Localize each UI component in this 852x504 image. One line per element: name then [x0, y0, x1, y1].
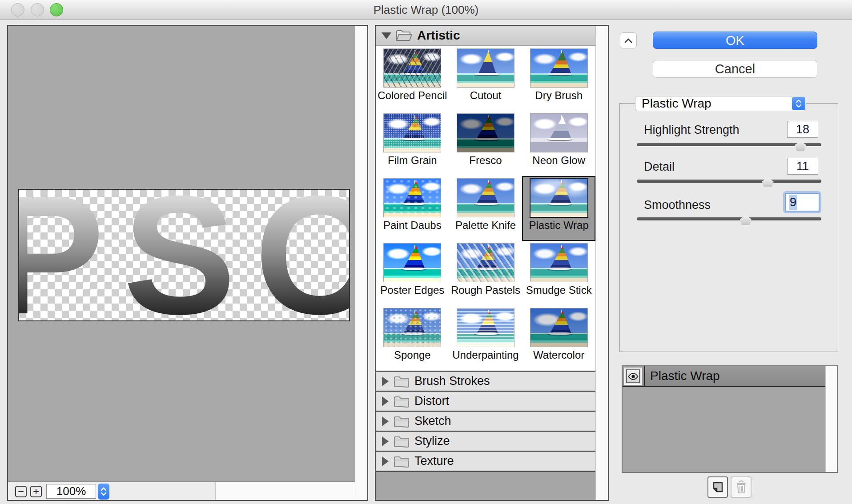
chevron-up-icon — [100, 487, 107, 491]
collapse-panel-button[interactable] — [620, 32, 637, 48]
folder-closed-icon — [394, 375, 410, 388]
filter-item-paint-daubs[interactable]: Paint Daubs — [376, 176, 449, 241]
ok-button[interactable]: OK — [653, 32, 817, 49]
filter-item-sponge[interactable]: Sponge — [376, 306, 449, 371]
filter-label: Poster Edges — [380, 284, 444, 296]
canvas-text: PSC — [18, 189, 350, 321]
gallery-filler — [376, 471, 595, 500]
filter-item-fresco[interactable]: Fresco — [449, 111, 522, 176]
category-distort[interactable]: Distort — [376, 391, 595, 411]
filter-thumbnail — [384, 114, 441, 152]
highlight-strength-label: Highlight Strength — [644, 123, 739, 137]
disclosure-closed-icon — [382, 396, 389, 406]
filter-thumbnail — [530, 244, 587, 282]
highlight-strength-field[interactable]: 18 — [787, 121, 818, 138]
folder-closed-icon — [394, 455, 410, 468]
collapsed-categories: Brush Strokes Distort Sketch Styliz — [376, 371, 595, 471]
title-bar: Plastic Wrap (100%) — [0, 0, 852, 20]
layer-visibility-button[interactable] — [624, 368, 642, 385]
filter-label: Cutout — [470, 89, 502, 102]
filter-label: Rough Pastels — [451, 284, 520, 296]
preview-status-bar: − + 100% — [8, 481, 355, 500]
smoothness-label: Smoothness — [644, 198, 711, 212]
disclosure-open-icon — [382, 32, 391, 39]
filter-thumbnail — [384, 49, 441, 87]
filter-thumbnail — [457, 308, 514, 347]
effect-layer-row-plastic-wrap[interactable]: Plastic Wrap — [623, 366, 825, 387]
detail-label: Detail — [644, 160, 675, 174]
category-artistic-header[interactable]: Artistic — [376, 26, 595, 46]
filter-label: Watercolor — [533, 349, 584, 361]
smoothness-field[interactable]: 9 — [785, 193, 820, 212]
preview-vertical-scrollbar[interactable] — [355, 26, 367, 500]
filter-item-neon-glow[interactable]: Neon Glow — [522, 111, 595, 176]
filter-label: Dry Brush — [535, 89, 583, 102]
smoothness-slider[interactable] — [637, 217, 821, 220]
zoom-in-button[interactable]: + — [30, 486, 42, 497]
detail-slider[interactable] — [637, 180, 821, 183]
highlight-strength-slider[interactable] — [637, 143, 821, 146]
filter-thumbnail — [457, 244, 514, 282]
chevron-down-icon — [100, 492, 107, 496]
filter-select-stepper[interactable] — [792, 97, 805, 110]
minus-icon: − — [18, 485, 24, 497]
zoom-out-button[interactable]: − — [15, 486, 27, 497]
filter-item-rough-pastels[interactable]: Rough Pastels — [449, 241, 522, 306]
filter-thumbnail — [530, 49, 587, 87]
disclosure-closed-icon — [382, 456, 389, 466]
preview-panel: PSC − + 100% — [7, 25, 368, 501]
preview-canvas[interactable]: PSC — [18, 189, 350, 321]
filter-thumbnail — [384, 308, 441, 347]
filter-label: Paint Daubs — [383, 219, 442, 232]
trash-icon — [735, 480, 747, 494]
filter-select[interactable]: Plastic Wrap — [635, 96, 806, 111]
filter-label: Smudge Stick — [526, 284, 592, 296]
chevron-down-icon — [796, 104, 802, 108]
effect-layers-list: Plastic Wrap — [622, 365, 838, 473]
filter-item-dry-brush[interactable]: Dry Brush — [522, 46, 595, 111]
gallery-vertical-scrollbar[interactable] — [595, 26, 608, 500]
filter-item-plastic-wrap[interactable]: Plastic Wrap — [522, 176, 595, 241]
filter-item-palette-knife[interactable]: Palette Knife — [449, 176, 522, 241]
detail-field[interactable]: 11 — [787, 158, 818, 175]
filter-item-smudge-stick[interactable]: Smudge Stick — [522, 241, 595, 306]
filter-item-underpainting[interactable]: Underpainting — [449, 306, 522, 371]
chevron-up-icon — [796, 100, 802, 103]
filter-label: Neon Glow — [532, 154, 585, 167]
divider — [644, 366, 645, 386]
cancel-button[interactable]: Cancel — [653, 60, 817, 78]
folder-open-icon — [395, 29, 413, 42]
filter-settings-group — [619, 103, 838, 352]
layer-label: Plastic Wrap — [650, 366, 720, 386]
filter-label: Palette Knife — [455, 219, 516, 232]
zoom-stepper[interactable] — [98, 484, 109, 500]
selected-text: 9 — [789, 195, 797, 210]
filter-label: Sponge — [394, 349, 431, 361]
category-texture[interactable]: Texture — [376, 451, 595, 471]
filter-item-cutout[interactable]: Cutout — [449, 46, 522, 111]
filter-thumbnail — [457, 179, 514, 217]
folder-closed-icon — [394, 395, 410, 408]
filter-item-colored-pencil[interactable]: Colored Pencil — [376, 46, 449, 111]
preview-horizontal-scrollbar[interactable] — [215, 482, 355, 500]
category-sketch[interactable]: Sketch — [376, 411, 595, 431]
filter-thumbnail — [457, 114, 514, 152]
plus-icon: + — [33, 485, 39, 497]
category-brush-strokes[interactable]: Brush Strokes — [376, 371, 595, 391]
category-label: Artistic — [417, 28, 460, 43]
layers-vertical-scrollbar[interactable] — [825, 366, 837, 472]
filter-gallery-panel: Artistic Colored Pencil Cutout Dry Brush… — [375, 25, 609, 501]
filter-label: Colored Pencil — [378, 89, 447, 102]
filter-item-poster-edges[interactable]: Poster Edges — [376, 241, 449, 306]
filter-thumbnail — [530, 114, 587, 152]
disclosure-closed-icon — [382, 416, 389, 426]
window-title: Plastic Wrap (100%) — [0, 0, 852, 20]
new-effect-layer-button[interactable] — [707, 476, 728, 498]
zoom-level-field[interactable]: 100% — [46, 484, 96, 499]
delete-effect-layer-button[interactable] — [731, 476, 752, 498]
category-label: Distort — [414, 394, 449, 408]
category-stylize[interactable]: Stylize — [376, 431, 595, 451]
disclosure-closed-icon — [382, 376, 389, 386]
filter-item-film-grain[interactable]: Film Grain — [376, 111, 449, 176]
filter-item-watercolor[interactable]: Watercolor — [522, 306, 595, 371]
